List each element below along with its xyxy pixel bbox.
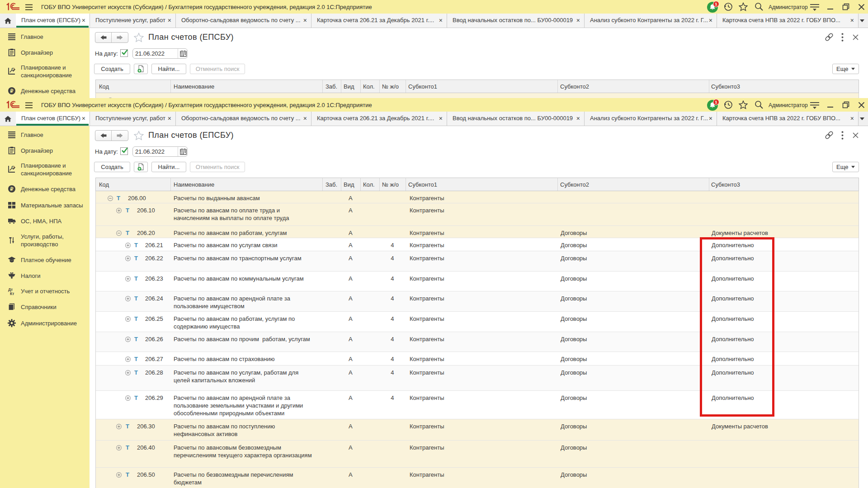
svg-text:Кт: Кт [10,291,14,296]
svg-text:1: 1 [715,99,717,104]
svg-text:₽: ₽ [10,88,14,94]
svg-text:₽: ₽ [10,186,14,192]
svg-text:1: 1 [715,1,717,6]
